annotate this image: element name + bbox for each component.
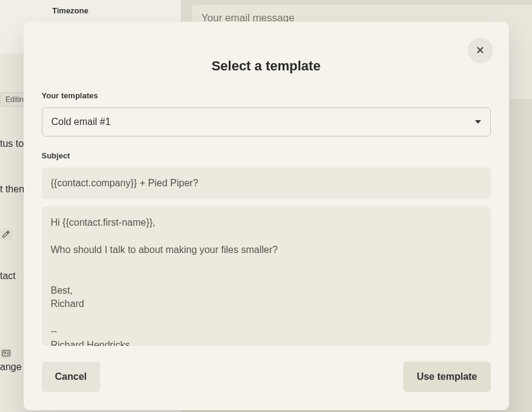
modal-title: Select a template [42, 58, 491, 74]
close-icon: ✕ [476, 44, 485, 57]
email-body-textarea[interactable] [42, 206, 491, 346]
close-button[interactable]: ✕ [468, 38, 493, 63]
modal-overlay: ✕ Select a template Your templates Cold … [0, 0, 532, 412]
select-template-modal: ✕ Select a template Your templates Cold … [24, 22, 509, 410]
use-template-button[interactable]: Use template [403, 362, 491, 392]
template-select[interactable]: Cold email #1 [42, 107, 491, 137]
templates-label: Your templates [42, 91, 491, 100]
chevron-down-icon [475, 120, 481, 124]
modal-actions: Cancel Use template [42, 362, 491, 392]
cancel-button[interactable]: Cancel [42, 362, 100, 392]
subject-input[interactable] [42, 167, 491, 199]
template-select-value: Cold email #1 [52, 117, 111, 127]
subject-label: Subject [42, 151, 491, 160]
